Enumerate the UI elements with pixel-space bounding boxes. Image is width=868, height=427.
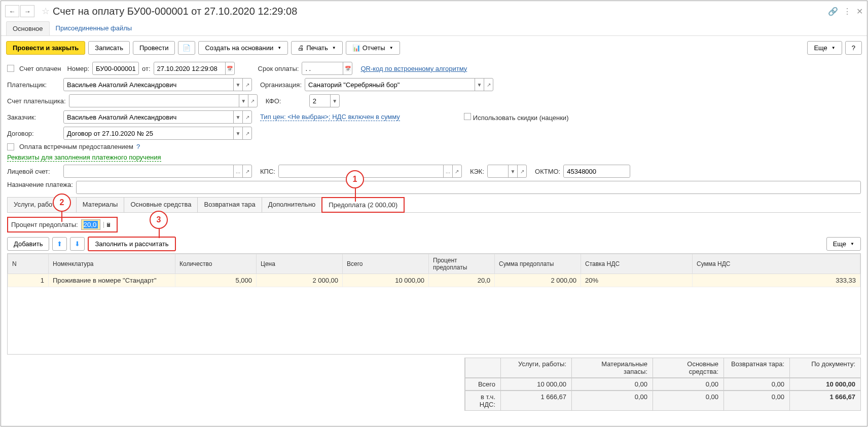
fill-and-calculate-button[interactable]: Заполнить и рассчитать <box>88 237 175 251</box>
kps-label: КПС: <box>260 168 275 175</box>
number-label: Номер: <box>67 65 89 72</box>
org-input[interactable] <box>305 79 475 90</box>
oktmo-input[interactable] <box>564 166 630 177</box>
col-total[interactable]: Всего <box>343 254 429 274</box>
tab-assets[interactable]: Основные средства <box>124 197 198 212</box>
kebab-icon[interactable]: ⋮ <box>843 7 851 16</box>
number-input[interactable] <box>93 63 138 74</box>
dropdown-icon[interactable]: ▼ <box>239 95 248 107</box>
totals-hdr-tare: Возвратная тара: <box>724 358 789 377</box>
open-icon[interactable]: ↗ <box>242 127 251 139</box>
discounts-checkbox[interactable] <box>464 113 471 120</box>
tab-main[interactable]: Основное <box>6 21 50 35</box>
payer-input[interactable] <box>64 79 233 90</box>
move-up-button[interactable]: ⬆ <box>52 237 67 251</box>
payer-account-label: Счет плательщика: <box>7 97 66 105</box>
kek-input[interactable] <box>488 166 508 177</box>
link-icon[interactable]: 🔗 <box>828 7 838 16</box>
submit-button[interactable]: Провести <box>133 41 175 55</box>
counter-payment-checkbox[interactable] <box>7 143 14 150</box>
tab-extra[interactable]: Дополнительно <box>262 197 322 212</box>
move-down-button[interactable]: ⬇ <box>70 237 85 251</box>
dropdown-icon[interactable]: ▼ <box>233 79 242 91</box>
page-title: Счет на оплату БУ00-000001 от 27.10.2020… <box>53 6 828 17</box>
callout-3: 3 <box>150 211 168 229</box>
dropdown-icon[interactable]: ▼ <box>330 95 339 107</box>
purpose-label: Назначение платежа: <box>7 181 73 189</box>
open-icon[interactable]: ↗ <box>452 165 461 177</box>
add-row-button[interactable]: Добавить <box>7 237 49 251</box>
create-based-on-button[interactable]: Создать на основании <box>198 41 288 55</box>
customer-input[interactable] <box>64 111 233 123</box>
prepay-percent-input[interactable] <box>84 221 98 228</box>
open-icon[interactable]: ↗ <box>248 95 257 107</box>
discounts-label: Использовать скидки (наценки) <box>473 114 569 122</box>
col-vat-sum[interactable]: Сумма НДС <box>693 254 860 274</box>
paid-label: Счет оплачен <box>19 65 61 72</box>
help-button[interactable]: ? <box>845 41 862 55</box>
tab-materials[interactable]: Материалы <box>76 197 125 212</box>
document-icon-button[interactable] <box>178 41 195 55</box>
price-type-link[interactable]: Тип цен: <Не выбран>; НДС включен в сумм… <box>260 113 400 121</box>
open-icon[interactable]: ↗ <box>517 165 526 177</box>
open-icon[interactable]: ↗ <box>242 111 251 123</box>
open-icon[interactable]: ↗ <box>484 79 493 91</box>
print-button[interactable]: Печать <box>291 41 343 55</box>
table-row[interactable]: 1 Проживание в номере "Стандарт" 5,000 2… <box>8 274 860 287</box>
col-prepay-sum[interactable]: Сумма предоплаты <box>495 254 581 274</box>
due-date-input[interactable] <box>302 63 343 74</box>
nav-back-button[interactable]: ← <box>5 5 19 17</box>
col-prepay-pct[interactable]: Процент предоплаты <box>429 254 495 274</box>
purpose-input[interactable] <box>77 182 860 193</box>
dropdown-icon[interactable]: ▼ <box>508 165 517 177</box>
callout-1: 1 <box>346 170 364 188</box>
tab-tare[interactable]: Возвратная тара <box>197 197 262 212</box>
col-n[interactable]: N <box>8 254 49 274</box>
totals-hdr-doc: По документу: <box>789 358 860 377</box>
calendar-icon[interactable]: 📅 <box>225 62 234 74</box>
kfo-input[interactable] <box>310 95 330 106</box>
paid-checkbox[interactable] <box>7 65 14 72</box>
totals-row-vat: в т.ч. НДС: <box>465 391 500 410</box>
kek-label: КЭК: <box>470 168 484 175</box>
reports-button[interactable]: Отчеты <box>346 41 400 55</box>
col-vat-rate[interactable]: Ставка НДС <box>581 254 693 274</box>
col-nomenclature[interactable]: Номенклатура <box>49 254 175 274</box>
favorite-icon[interactable]: ☆ <box>42 6 50 17</box>
save-button[interactable]: Записать <box>88 41 130 55</box>
table-more-button[interactable]: Еще <box>826 237 861 251</box>
open-icon[interactable]: ↗ <box>242 165 251 177</box>
contract-input[interactable] <box>64 128 233 139</box>
help-icon[interactable]: ? <box>136 143 140 150</box>
totals-hdr-materials: Материальные запасы: <box>571 358 653 377</box>
due-label: Срок оплаты: <box>258 65 299 72</box>
personal-account-input[interactable] <box>64 166 233 177</box>
date-input[interactable] <box>154 63 225 74</box>
callout-2: 2 <box>53 193 71 212</box>
dropdown-icon[interactable]: ▼ <box>233 111 242 123</box>
more-button[interactable]: Еще <box>807 41 842 55</box>
from-label: от: <box>142 65 151 72</box>
prepayment-table: N Номенклатура Количество Цена Всего Про… <box>8 254 860 287</box>
nav-forward-button[interactable]: → <box>20 5 34 17</box>
requisites-link[interactable]: Реквизиты для заполнения платежного пору… <box>7 153 161 162</box>
tab-prepayment[interactable]: Предоплата (2 000,00) <box>321 197 405 213</box>
payer-label: Плательщик: <box>7 81 60 89</box>
qr-code-link[interactable]: QR-код по встроенному алгоритму <box>360 65 467 72</box>
calculator-icon[interactable]: 🖩 <box>103 222 114 228</box>
dropdown-icon[interactable]: ▼ <box>475 79 484 91</box>
payer-account-input[interactable] <box>69 95 239 106</box>
tab-attached-files[interactable]: Присоединенные файлы <box>50 21 138 35</box>
ellipsis-icon[interactable]: … <box>443 165 452 177</box>
submit-and-close-button[interactable]: Провести и закрыть <box>6 41 85 55</box>
close-icon[interactable]: ✕ <box>856 7 863 16</box>
col-price[interactable]: Цена <box>257 254 343 274</box>
totals-row-total: Всего <box>465 378 500 390</box>
ellipsis-icon[interactable]: … <box>233 165 242 177</box>
calendar-icon[interactable]: 📅 <box>343 62 352 74</box>
dropdown-icon[interactable]: ▼ <box>233 127 242 139</box>
col-qty[interactable]: Количество <box>175 254 257 274</box>
open-icon[interactable]: ↗ <box>242 79 251 91</box>
counter-payment-label: Оплата встречным предоставлением <box>19 143 133 150</box>
personal-account-label: Лицевой счет: <box>7 168 60 175</box>
